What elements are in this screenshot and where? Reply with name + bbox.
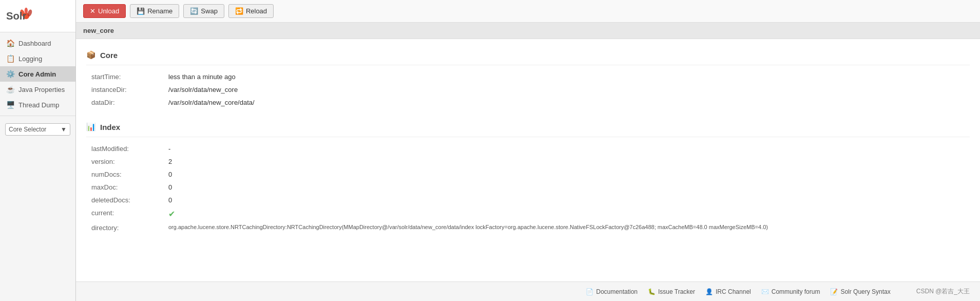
core-name: new_core [83,27,114,34]
table-row: version: 2 [86,155,970,168]
solr-logo-svg: Solr [6,5,42,27]
core-selector-dropdown[interactable]: Core Selector ▼ [5,123,70,136]
table-row: current: ✔ [86,206,970,221]
datadir-value: /var/solr/data/new_core/data/ [168,96,970,109]
footer-solr-query-syntax-label: Solr Query Syntax [840,288,890,295]
lastmodified-label: lastModified: [86,142,168,155]
numdocs-value: 0 [168,168,970,181]
table-row: startTime: less than a minute ago [86,70,970,83]
dashboard-icon: 🏠 [6,39,15,47]
watermark: CSDN @若吉_大王 [901,287,970,296]
logging-icon: 📋 [6,54,15,63]
unload-button[interactable]: ✕ Unload [83,4,126,18]
deleteddocs-label: deletedDocs: [86,194,168,206]
core-section-icon: 📦 [86,50,96,60]
rename-label: Rename [147,7,172,15]
core-admin-icon: ⚙️ [6,70,15,78]
maxdoc-value: 0 [168,181,970,194]
footer-link-documentation[interactable]: 📄 Documentation [586,288,638,295]
reload-icon: 🔁 [235,7,243,15]
sidebar-nav: 🏠 Dashboard 📋 Logging ⚙️ Core Admin ☕ Ja… [0,32,75,301]
core-section-label: Core [100,51,118,60]
table-row: lastModified: - [86,142,970,155]
footer-link-solr-query-syntax[interactable]: 📝 Solr Query Syntax [830,288,890,295]
main-layout: Solr 🏠 Dashboard 📋 Logging ⚙️ Core Admin [0,0,980,301]
numdocs-label: numDocs: [86,168,168,181]
core-name-bar: new_core [76,23,980,39]
current-value: ✔ [168,206,970,221]
check-icon: ✔ [168,210,175,218]
footer-documentation-label: Documentation [596,288,638,295]
footer-link-irc-channel[interactable]: 👤 IRC Channel [705,288,751,295]
sidebar-item-dashboard-label: Dashboard [18,40,51,47]
instancedir-value: /var/solr/data/new_core [168,83,970,96]
core-selector-wrap: Core Selector ▼ [0,119,75,140]
irc-channel-icon: 👤 [705,288,713,295]
sidebar-divider [0,116,75,116]
deleteddocs-value: 0 [168,194,970,206]
table-row: numDocs: 0 [86,168,970,181]
current-label: current: [86,206,168,221]
datadir-label: dataDir: [86,96,168,109]
directory-value: org.apache.lucene.store.NRTCachingDirect… [168,221,970,234]
community-forum-icon: ✉️ [761,288,769,295]
starttime-label: startTime: [86,70,168,83]
reload-label: Reload [246,7,267,15]
footer-issue-tracker-label: Issue Tracker [658,288,695,295]
swap-button[interactable]: 🔄 Swap [183,4,224,18]
sidebar: Solr 🏠 Dashboard 📋 Logging ⚙️ Core Admin [0,0,76,301]
thread-dump-icon: 🖥️ [6,101,15,109]
index-info-table: lastModified: - version: 2 numDocs: 0 [86,142,970,234]
sidebar-item-logging[interactable]: 📋 Logging [0,51,75,66]
table-row: maxDoc: 0 [86,181,970,194]
sidebar-item-core-admin[interactable]: ⚙️ Core Admin [0,66,75,82]
footer-link-community-forum[interactable]: ✉️ Community forum [761,288,820,295]
swap-label: Swap [201,7,218,15]
sidebar-item-logging-label: Logging [18,55,42,63]
solr-query-syntax-icon: 📝 [830,288,838,295]
sidebar-item-thread-dump-label: Thread Dump [18,101,59,109]
directory-label: directory: [86,221,168,234]
index-section-label: Index [100,123,120,131]
footer-irc-channel-label: IRC Channel [716,288,751,295]
starttime-value: less than a minute ago [168,70,970,83]
footer-link-issue-tracker[interactable]: 🐛 Issue Tracker [648,288,695,295]
footer-community-forum-label: Community forum [772,288,820,295]
table-row: dataDir: /var/solr/data/new_core/data/ [86,96,970,109]
chevron-down-icon: ▼ [61,126,67,133]
app-container: Solr 🏠 Dashboard 📋 Logging ⚙️ Core Admin [0,0,980,301]
core-selector-label: Core Selector [9,126,46,133]
unload-label: Unload [98,7,119,15]
index-section-icon: 📊 [86,122,96,131]
core-section-header: 📦 Core [86,46,970,65]
sidebar-item-dashboard[interactable]: 🏠 Dashboard [0,35,75,51]
table-row: deletedDocs: 0 [86,194,970,206]
issue-tracker-icon: 🐛 [648,288,656,295]
footer: 📄 Documentation 🐛 Issue Tracker 👤 IRC Ch… [76,281,980,301]
core-info: 📦 Core startTime: less than a minute ago… [76,39,980,281]
instancedir-label: instanceDir: [86,83,168,96]
sidebar-item-java-properties[interactable]: ☕ Java Properties [0,82,75,97]
version-value: 2 [168,155,970,168]
swap-icon: 🔄 [190,7,198,15]
sidebar-item-thread-dump[interactable]: 🖥️ Thread Dump [0,97,75,112]
main-content: ✕ Unload 💾 Rename 🔄 Swap 🔁 Reload [76,0,980,301]
sidebar-item-java-properties-label: Java Properties [18,86,65,93]
version-label: version: [86,155,168,168]
index-section-header: 📊 Index [86,118,970,137]
table-row: directory: org.apache.lucene.store.NRTCa… [86,221,970,234]
sidebar-item-core-admin-label: Core Admin [18,70,56,78]
rename-button[interactable]: 💾 Rename [130,4,179,18]
sidebar-logo: Solr [0,0,75,32]
maxdoc-label: maxDoc: [86,181,168,194]
lastmodified-value: - [168,142,970,155]
unload-icon: ✕ [90,7,95,15]
core-info-table: startTime: less than a minute ago instan… [86,70,970,109]
documentation-icon: 📄 [586,288,593,295]
java-properties-icon: ☕ [6,85,15,93]
core-toolbar: ✕ Unload 💾 Rename 🔄 Swap 🔁 Reload [76,0,980,23]
table-row: instanceDir: /var/solr/data/new_core [86,83,970,96]
rename-icon: 💾 [137,7,145,15]
svg-text:Solr: Solr [6,10,26,22]
reload-button[interactable]: 🔁 Reload [228,4,274,18]
